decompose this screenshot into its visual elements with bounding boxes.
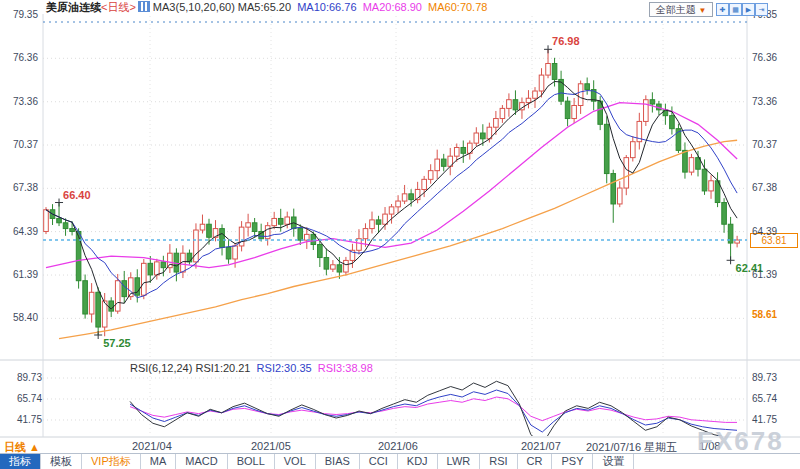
candle	[689, 158, 694, 172]
candle	[252, 223, 257, 232]
price-tick-left: 79.35	[4, 9, 38, 21]
candle	[631, 142, 636, 158]
candle	[683, 150, 688, 172]
candle	[578, 84, 583, 106]
candle	[246, 223, 251, 227]
tab-MA[interactable]: MA	[141, 454, 177, 469]
candle	[670, 116, 675, 129]
candle	[585, 84, 590, 90]
candle	[200, 224, 205, 230]
rsi-tick-left: 41.75	[8, 414, 42, 426]
candle	[526, 98, 531, 102]
candle	[89, 292, 94, 314]
candle	[552, 64, 557, 80]
candle	[383, 214, 388, 224]
page-end-icon-button[interactable]: ⇥	[755, 3, 768, 16]
candle	[409, 194, 414, 200]
watermark-logo: FX678	[697, 426, 784, 457]
rsi2-value: RSI2:30.35	[257, 362, 312, 374]
candle	[481, 133, 486, 139]
candle	[565, 101, 570, 118]
price-tick-left: 73.36	[4, 96, 38, 108]
chart-app: { "header": { "symbol": "美原油连续", "period…	[0, 0, 800, 469]
tab-LWR[interactable]: LWR	[438, 454, 481, 469]
candle	[142, 263, 147, 295]
tab-模板[interactable]: 模板	[41, 454, 82, 469]
price-marker-label: 76.98	[552, 35, 580, 47]
candle	[122, 281, 127, 297]
chart-canvas[interactable]	[0, 0, 800, 469]
candle	[396, 201, 401, 207]
tab-BIAS[interactable]: BIAS	[316, 454, 360, 469]
tab-BOLL[interactable]: BOLL	[228, 454, 275, 469]
candle	[572, 106, 577, 119]
rsi1-value: RSI1:20.21	[195, 362, 250, 374]
tab-RSI[interactable]: RSI	[480, 454, 517, 469]
candle	[298, 229, 303, 241]
candle	[70, 229, 75, 232]
candle	[624, 158, 629, 188]
candle	[617, 188, 622, 204]
candle	[161, 262, 166, 268]
price-tick-right: 61.39	[752, 269, 777, 281]
theme-dropdown[interactable]: 全部主题 ▼	[649, 2, 713, 17]
tab-CR[interactable]: CR	[518, 454, 553, 469]
forward-icon-button[interactable]: ▶	[742, 3, 755, 16]
tab-CCI[interactable]: CCI	[360, 454, 398, 469]
candle	[344, 260, 349, 272]
x-axis-strip: 2021/042021/052021/062021/072021/07/16 星…	[0, 438, 800, 453]
candle	[187, 253, 192, 262]
candle	[115, 281, 120, 311]
candle	[454, 147, 459, 156]
ma5-value: MA5:65.20	[238, 1, 291, 13]
candle	[96, 292, 101, 327]
rsi3-value: RSI3:38.98	[318, 362, 373, 374]
candle	[546, 64, 551, 76]
chart-type-icon[interactable]	[138, 1, 150, 12]
dropdown-arrow-icon: ▼	[698, 6, 706, 15]
candle	[207, 224, 212, 237]
indicator-toolbar: 指标模板VIP指标MAMACDBOLLVOLBIASCCIKDJLWRRSICR…	[0, 453, 800, 469]
candle	[155, 262, 160, 275]
candle	[57, 218, 62, 222]
ma60-value: MA60:70.78	[428, 1, 487, 13]
candle	[63, 223, 68, 229]
candle	[194, 230, 199, 262]
candle	[422, 179, 427, 189]
candle	[709, 181, 714, 191]
candles-layer	[44, 49, 740, 338]
ma-group-label: MA3(5,10,20,60)	[153, 1, 235, 13]
candle	[507, 100, 512, 109]
price-tick-left: 64.39	[4, 226, 38, 238]
price-tick-right: 64.39	[752, 226, 777, 238]
candle	[441, 159, 446, 166]
candle	[513, 100, 518, 110]
candle	[402, 194, 407, 201]
candle	[644, 100, 649, 122]
tab-设置[interactable]: 设置	[593, 454, 634, 469]
candle	[337, 265, 342, 272]
candle	[318, 245, 323, 258]
month-label: 2021/07	[521, 440, 561, 452]
candle	[376, 220, 381, 224]
crosshair-icon-button[interactable]: ✚	[716, 3, 729, 16]
candle	[272, 218, 277, 225]
price-tick-left: 76.36	[4, 52, 38, 64]
tab-KDJ[interactable]: KDJ	[398, 454, 438, 469]
tab-VOL[interactable]: VOL	[275, 454, 316, 469]
tab-VIP指标[interactable]: VIP指标	[82, 454, 141, 469]
price-tick-left: 70.37	[4, 139, 38, 151]
grid-layout-icon-button[interactable]: ▦	[729, 3, 742, 16]
symbol-name: 美原油连续	[46, 1, 101, 13]
tab-MACD[interactable]: MACD	[176, 454, 227, 469]
rsi-tick-right: 41.75	[752, 414, 777, 426]
candle	[305, 234, 310, 240]
candle	[370, 220, 375, 229]
candle	[226, 247, 231, 259]
price-tick-right: 76.36	[752, 52, 777, 64]
candle	[435, 159, 440, 171]
tab-PSY[interactable]: PSY	[552, 454, 593, 469]
period-label[interactable]: <日线>	[101, 1, 136, 13]
candle	[533, 91, 538, 98]
tab-指标[interactable]: 指标	[0, 454, 41, 469]
